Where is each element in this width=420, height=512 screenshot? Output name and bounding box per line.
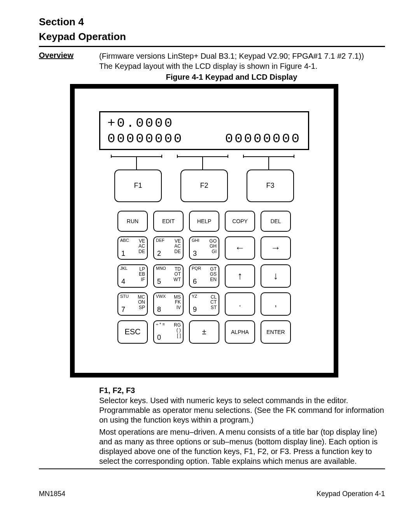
key-del[interactable]: DEL — [261, 211, 291, 232]
key-run[interactable]: RUN — [117, 211, 148, 232]
arrow-left-icon: ← — [235, 242, 245, 254]
lcd-line2a: 00000000 — [107, 131, 183, 147]
lcd-line1: +0.0000 — [107, 115, 301, 131]
desc-heading: F1, F2, F3 — [99, 386, 385, 395]
divider-top — [39, 46, 385, 47]
key-dot[interactable]: . — [225, 292, 255, 316]
bracket-lines — [99, 153, 309, 169]
overview-line2: The Keypad layout with the LCD display i… — [99, 61, 364, 71]
figure-caption: Figure 4-1 Keypad and LCD Display — [99, 73, 364, 82]
key-3[interactable]: GHI3GOGHGI — [189, 236, 219, 260]
lcd-line2b: 00000000 — [225, 131, 301, 147]
keypad-figure: +0.0000 00000000 00000000 F1 F2 F3 RUN E… — [70, 84, 338, 377]
key-comma[interactable]: , — [261, 292, 291, 316]
key-f1[interactable]: F1 — [114, 170, 162, 202]
overview-line1: (Firmware versions LinStep+ Dual B3.1; K… — [99, 51, 364, 61]
lcd-display: +0.0000 00000000 00000000 — [99, 111, 309, 150]
arrow-down-icon: ↓ — [273, 270, 278, 282]
key-enter[interactable]: ENTER — [261, 320, 291, 344]
key-left[interactable]: ← — [225, 236, 255, 260]
arrow-right-icon: → — [271, 242, 281, 254]
key-help[interactable]: HELP — [189, 211, 219, 232]
section-title-1: Section 4 — [39, 16, 385, 29]
key-4[interactable]: JKL4LPEBIF — [117, 264, 148, 288]
key-7[interactable]: STU7MCONSP — [117, 292, 148, 316]
section-title-2: Keypad Operation — [39, 30, 385, 44]
key-down[interactable]: ↓ — [261, 264, 291, 288]
divider-bottom — [39, 468, 385, 469]
key-f3[interactable]: F3 — [247, 170, 294, 202]
desc-paragraph-1: Selector keys. Used with numeric keys to… — [99, 396, 385, 425]
key-8[interactable]: VWX8MSFKIV — [153, 292, 184, 316]
key-right[interactable]: → — [261, 236, 291, 260]
key-0[interactable]: ÷ * =0RG( )[ ] — [153, 320, 184, 344]
key-copy[interactable]: COPY — [225, 211, 255, 232]
key-1[interactable]: ABC1VEACDE — [117, 236, 148, 260]
footer-right: Keypad Operation 4-1 — [317, 490, 385, 498]
desc-paragraph-2: Most operations are menu–driven. A menu … — [99, 427, 385, 466]
key-edit[interactable]: EDIT — [153, 211, 184, 232]
key-f2[interactable]: F2 — [180, 170, 228, 202]
key-plusminus[interactable]: ± — [189, 320, 219, 344]
key-esc[interactable]: ESC — [117, 320, 148, 344]
key-alpha[interactable]: ALPHA — [225, 320, 255, 344]
overview-label: Overview — [39, 51, 99, 60]
key-up[interactable]: ↑ — [225, 264, 255, 288]
key-2[interactable]: DEF2VEACDE — [153, 236, 184, 260]
footer-left: MN1854 — [39, 490, 65, 498]
arrow-up-icon: ↑ — [238, 270, 243, 282]
key-5[interactable]: MNO5TDOTWT — [153, 264, 184, 288]
key-6[interactable]: PQR6GTGSEN — [189, 264, 219, 288]
key-9[interactable]: YZ9CLCTST — [189, 292, 219, 316]
